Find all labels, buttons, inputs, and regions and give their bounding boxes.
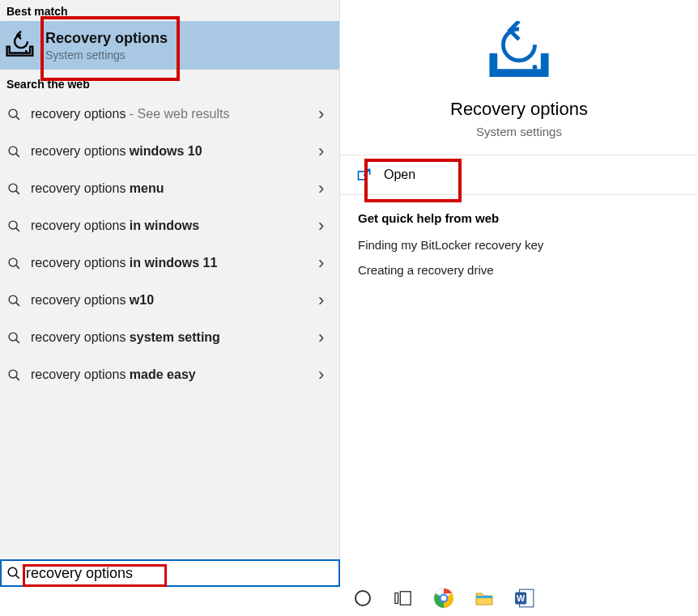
search-results-panel: Best match Recovery options System setti… [0,0,340,583]
svg-line-12 [15,302,19,305]
svg-point-1 [9,109,17,117]
taskbar: W [340,580,698,616]
svg-text:W: W [517,593,526,603]
svg-point-15 [9,370,17,378]
web-result-item[interactable]: recovery options made easy› [0,356,339,393]
svg-point-9 [9,258,17,266]
chevron-right-icon: › [318,215,330,236]
recovery-icon [5,29,37,62]
open-external-icon [356,167,372,183]
web-result-label: recovery options windows 10 [31,144,309,159]
svg-rect-27 [476,596,492,598]
web-result-label: recovery options w10 [31,293,309,308]
web-result-label: recovery options - See web results [31,107,309,121]
search-icon [6,144,21,159]
open-action[interactable]: Open [340,155,698,195]
svg-line-16 [15,376,19,380]
svg-point-7 [9,221,17,229]
search-input[interactable] [26,565,334,582]
chevron-right-icon: › [318,178,330,199]
web-result-item[interactable]: recovery options in windows 11› [0,244,339,282]
chevron-right-icon: › [318,253,330,274]
preview-panel: Recovery options System settings Open Ge… [340,0,698,583]
chevron-right-icon: › [318,327,330,348]
chevron-right-icon: › [318,104,330,125]
svg-point-3 [9,147,17,155]
search-icon [6,367,21,382]
svg-point-21 [355,591,370,605]
svg-point-5 [9,184,17,192]
web-result-item[interactable]: recovery options - See web results› [0,96,339,133]
preview-header: Recovery options System settings [340,0,698,155]
search-icon [6,181,21,196]
svg-point-11 [9,295,17,304]
search-icon [6,107,21,121]
quick-help-section: Get quick help from web Finding my BitLo… [340,195,698,304]
web-result-label: recovery options in windows [31,219,309,233]
best-match-subtitle: System settings [45,49,168,62]
open-label: Open [384,168,415,182]
recovery-icon-large [487,21,551,84]
web-results-list: recovery options - See web results›recov… [0,96,339,393]
chevron-right-icon: › [318,364,330,385]
svg-rect-23 [400,592,411,605]
quick-help-link[interactable]: Finding my BitLocker recovery key [358,238,680,252]
search-web-header: Search the web [0,70,339,96]
svg-point-0 [25,50,28,53]
best-match-result[interactable]: Recovery options System settings [0,21,339,70]
web-result-item[interactable]: recovery options windows 10› [0,133,339,170]
svg-point-26 [441,596,447,601]
quick-help-title: Get quick help from web [358,211,680,225]
search-icon [6,330,21,345]
svg-line-20 [15,575,19,579]
best-match-title: Recovery options [45,30,168,47]
chrome-icon[interactable] [432,587,455,610]
svg-line-10 [15,265,19,268]
svg-point-17 [533,65,538,70]
svg-line-4 [15,153,19,156]
search-icon [6,219,21,233]
web-result-label: recovery options in windows 11 [31,256,309,270]
web-result-item[interactable]: recovery options w10› [0,282,339,319]
web-result-item[interactable]: recovery options menu› [0,170,339,207]
search-icon [6,566,21,580]
chevron-right-icon: › [318,290,330,311]
svg-line-8 [15,227,19,231]
web-result-label: recovery options made easy [31,367,309,382]
preview-title: Recovery options [450,99,588,120]
quick-help-link[interactable]: Creating a recovery drive [358,263,680,277]
web-result-label: recovery options menu [31,181,309,196]
svg-line-14 [15,339,19,342]
svg-line-2 [15,116,19,119]
svg-line-6 [15,190,19,193]
task-view-icon[interactable] [392,587,415,610]
search-icon [6,256,21,270]
web-result-label: recovery options system setting [31,330,309,345]
svg-point-19 [8,567,17,576]
search-box[interactable] [0,559,340,587]
cortana-icon[interactable] [351,587,374,610]
web-result-item[interactable]: recovery options system setting› [0,319,339,356]
chevron-right-icon: › [318,141,330,162]
preview-subtitle: System settings [476,125,562,138]
svg-rect-18 [359,172,367,180]
word-icon[interactable]: W [513,587,536,610]
web-result-item[interactable]: recovery options in windows› [0,207,339,244]
best-match-header: Best match [0,0,339,21]
file-explorer-icon[interactable] [473,587,496,610]
search-icon [6,293,21,308]
svg-point-13 [9,333,17,341]
svg-rect-22 [395,593,398,604]
